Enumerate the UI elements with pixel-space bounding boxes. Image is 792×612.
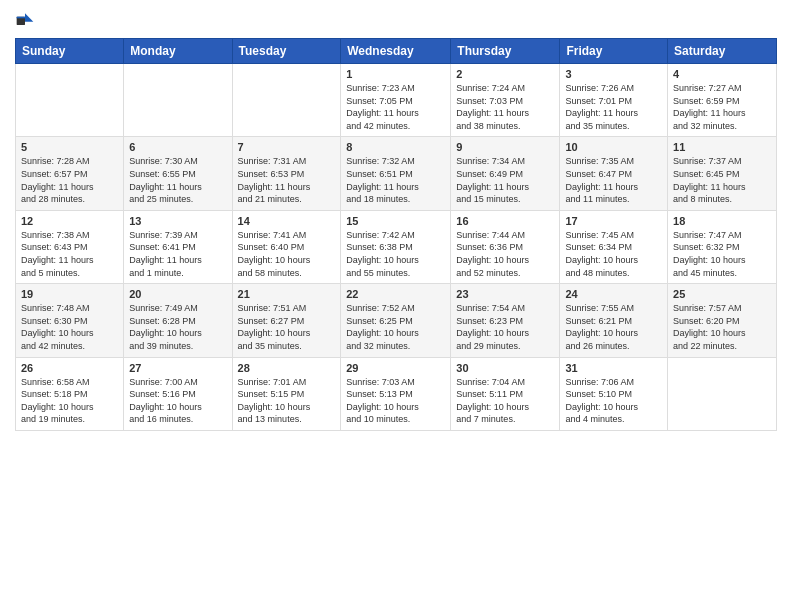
day-number: 4 [673,68,771,80]
logo-icon [15,10,35,30]
day-number: 21 [238,288,336,300]
calendar-week-row: 5Sunrise: 7:28 AM Sunset: 6:57 PM Daylig… [16,137,777,210]
calendar-cell: 26Sunrise: 6:58 AM Sunset: 5:18 PM Dayli… [16,357,124,430]
calendar-cell: 15Sunrise: 7:42 AM Sunset: 6:38 PM Dayli… [341,210,451,283]
calendar-cell [16,64,124,137]
day-number: 2 [456,68,554,80]
day-info: Sunrise: 7:39 AM Sunset: 6:41 PM Dayligh… [129,229,226,279]
calendar-week-row: 1Sunrise: 7:23 AM Sunset: 7:05 PM Daylig… [16,64,777,137]
calendar-week-row: 26Sunrise: 6:58 AM Sunset: 5:18 PM Dayli… [16,357,777,430]
day-number: 7 [238,141,336,153]
calendar-cell: 18Sunrise: 7:47 AM Sunset: 6:32 PM Dayli… [668,210,777,283]
day-info: Sunrise: 7:32 AM Sunset: 6:51 PM Dayligh… [346,155,445,205]
calendar-header-monday: Monday [124,39,232,64]
calendar-cell: 22Sunrise: 7:52 AM Sunset: 6:25 PM Dayli… [341,284,451,357]
calendar-cell: 4Sunrise: 7:27 AM Sunset: 6:59 PM Daylig… [668,64,777,137]
day-info: Sunrise: 7:49 AM Sunset: 6:28 PM Dayligh… [129,302,226,352]
day-info: Sunrise: 7:28 AM Sunset: 6:57 PM Dayligh… [21,155,118,205]
day-number: 3 [565,68,662,80]
day-info: Sunrise: 7:23 AM Sunset: 7:05 PM Dayligh… [346,82,445,132]
calendar-cell: 21Sunrise: 7:51 AM Sunset: 6:27 PM Dayli… [232,284,341,357]
day-info: Sunrise: 7:38 AM Sunset: 6:43 PM Dayligh… [21,229,118,279]
calendar-cell: 7Sunrise: 7:31 AM Sunset: 6:53 PM Daylig… [232,137,341,210]
calendar-cell: 16Sunrise: 7:44 AM Sunset: 6:36 PM Dayli… [451,210,560,283]
day-number: 13 [129,215,226,227]
day-info: Sunrise: 7:03 AM Sunset: 5:13 PM Dayligh… [346,376,445,426]
calendar-cell [668,357,777,430]
calendar-cell: 25Sunrise: 7:57 AM Sunset: 6:20 PM Dayli… [668,284,777,357]
calendar-cell: 17Sunrise: 7:45 AM Sunset: 6:34 PM Dayli… [560,210,668,283]
calendar-cell: 5Sunrise: 7:28 AM Sunset: 6:57 PM Daylig… [16,137,124,210]
day-info: Sunrise: 7:31 AM Sunset: 6:53 PM Dayligh… [238,155,336,205]
calendar-cell: 19Sunrise: 7:48 AM Sunset: 6:30 PM Dayli… [16,284,124,357]
day-number: 27 [129,362,226,374]
day-number: 15 [346,215,445,227]
calendar-header-row: SundayMondayTuesdayWednesdayThursdayFrid… [16,39,777,64]
day-number: 18 [673,215,771,227]
day-number: 5 [21,141,118,153]
page-header [15,10,777,30]
day-number: 29 [346,362,445,374]
calendar-header-tuesday: Tuesday [232,39,341,64]
calendar-week-row: 19Sunrise: 7:48 AM Sunset: 6:30 PM Dayli… [16,284,777,357]
day-info: Sunrise: 7:34 AM Sunset: 6:49 PM Dayligh… [456,155,554,205]
day-info: Sunrise: 7:37 AM Sunset: 6:45 PM Dayligh… [673,155,771,205]
calendar-cell: 12Sunrise: 7:38 AM Sunset: 6:43 PM Dayli… [16,210,124,283]
day-number: 31 [565,362,662,374]
svg-rect-2 [17,17,25,19]
day-info: Sunrise: 7:24 AM Sunset: 7:03 PM Dayligh… [456,82,554,132]
day-number: 9 [456,141,554,153]
calendar-cell: 29Sunrise: 7:03 AM Sunset: 5:13 PM Dayli… [341,357,451,430]
day-info: Sunrise: 7:01 AM Sunset: 5:15 PM Dayligh… [238,376,336,426]
svg-marker-1 [25,13,33,21]
calendar-cell: 20Sunrise: 7:49 AM Sunset: 6:28 PM Dayli… [124,284,232,357]
calendar-cell: 31Sunrise: 7:06 AM Sunset: 5:10 PM Dayli… [560,357,668,430]
calendar-cell: 1Sunrise: 7:23 AM Sunset: 7:05 PM Daylig… [341,64,451,137]
day-number: 11 [673,141,771,153]
day-info: Sunrise: 7:48 AM Sunset: 6:30 PM Dayligh… [21,302,118,352]
calendar-cell: 8Sunrise: 7:32 AM Sunset: 6:51 PM Daylig… [341,137,451,210]
calendar-cell: 14Sunrise: 7:41 AM Sunset: 6:40 PM Dayli… [232,210,341,283]
calendar-header-saturday: Saturday [668,39,777,64]
day-info: Sunrise: 7:26 AM Sunset: 7:01 PM Dayligh… [565,82,662,132]
calendar-cell: 9Sunrise: 7:34 AM Sunset: 6:49 PM Daylig… [451,137,560,210]
calendar-cell: 11Sunrise: 7:37 AM Sunset: 6:45 PM Dayli… [668,137,777,210]
calendar-cell: 2Sunrise: 7:24 AM Sunset: 7:03 PM Daylig… [451,64,560,137]
day-info: Sunrise: 7:54 AM Sunset: 6:23 PM Dayligh… [456,302,554,352]
day-number: 28 [238,362,336,374]
calendar: SundayMondayTuesdayWednesdayThursdayFrid… [15,38,777,431]
calendar-cell [232,64,341,137]
day-number: 30 [456,362,554,374]
day-info: Sunrise: 7:42 AM Sunset: 6:38 PM Dayligh… [346,229,445,279]
day-number: 1 [346,68,445,80]
day-info: Sunrise: 7:27 AM Sunset: 6:59 PM Dayligh… [673,82,771,132]
calendar-header-friday: Friday [560,39,668,64]
day-info: Sunrise: 7:47 AM Sunset: 6:32 PM Dayligh… [673,229,771,279]
day-info: Sunrise: 7:45 AM Sunset: 6:34 PM Dayligh… [565,229,662,279]
day-number: 14 [238,215,336,227]
day-number: 23 [456,288,554,300]
day-number: 20 [129,288,226,300]
day-number: 26 [21,362,118,374]
day-info: Sunrise: 7:52 AM Sunset: 6:25 PM Dayligh… [346,302,445,352]
calendar-header-sunday: Sunday [16,39,124,64]
calendar-cell: 3Sunrise: 7:26 AM Sunset: 7:01 PM Daylig… [560,64,668,137]
day-info: Sunrise: 7:51 AM Sunset: 6:27 PM Dayligh… [238,302,336,352]
logo [15,10,37,30]
day-number: 8 [346,141,445,153]
day-info: Sunrise: 7:00 AM Sunset: 5:16 PM Dayligh… [129,376,226,426]
day-info: Sunrise: 7:57 AM Sunset: 6:20 PM Dayligh… [673,302,771,352]
calendar-week-row: 12Sunrise: 7:38 AM Sunset: 6:43 PM Dayli… [16,210,777,283]
calendar-header-thursday: Thursday [451,39,560,64]
day-number: 12 [21,215,118,227]
day-number: 10 [565,141,662,153]
calendar-cell: 24Sunrise: 7:55 AM Sunset: 6:21 PM Dayli… [560,284,668,357]
calendar-cell: 28Sunrise: 7:01 AM Sunset: 5:15 PM Dayli… [232,357,341,430]
day-number: 22 [346,288,445,300]
day-info: Sunrise: 7:06 AM Sunset: 5:10 PM Dayligh… [565,376,662,426]
day-info: Sunrise: 6:58 AM Sunset: 5:18 PM Dayligh… [21,376,118,426]
day-number: 16 [456,215,554,227]
calendar-cell: 13Sunrise: 7:39 AM Sunset: 6:41 PM Dayli… [124,210,232,283]
day-info: Sunrise: 7:04 AM Sunset: 5:11 PM Dayligh… [456,376,554,426]
day-number: 6 [129,141,226,153]
